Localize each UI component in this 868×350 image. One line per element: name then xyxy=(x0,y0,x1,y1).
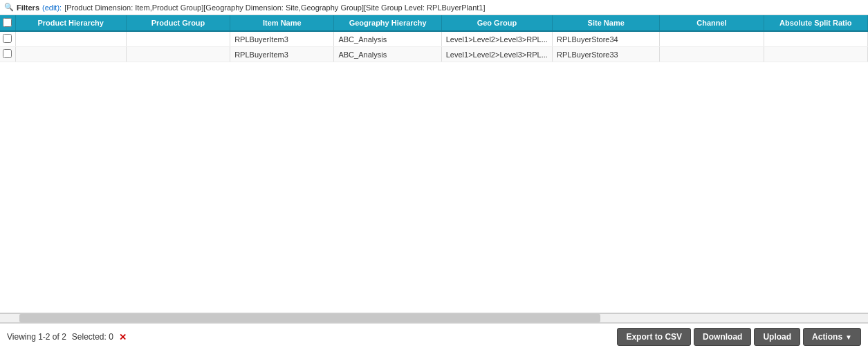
footer-left: Viewing 1-2 of 2 Selected: 0 ✕ xyxy=(7,332,127,342)
header-geo-group[interactable]: Geo Group xyxy=(441,15,552,31)
cell-geo-group: Level1>Level2>Level3>RPL... xyxy=(441,47,552,62)
cell-product-group xyxy=(126,47,230,62)
cell-geo-hierarchy: ABC_Analysis xyxy=(334,31,441,47)
header-checkbox-col xyxy=(0,15,15,31)
row-checkbox-cell xyxy=(0,31,15,47)
row-checkbox-cell xyxy=(0,47,15,62)
header-item-name[interactable]: Item Name xyxy=(230,15,334,31)
cell-channel xyxy=(660,47,764,62)
export-csv-button[interactable]: Export to CSV xyxy=(617,328,691,346)
row-checkbox[interactable] xyxy=(3,34,12,43)
filter-edit-link[interactable]: (edit): xyxy=(42,3,62,12)
cell-item-name: RPLBuyerItem3 xyxy=(230,47,334,62)
chevron-down-icon: ▼ xyxy=(845,333,852,341)
table-body: RPLBuyerItem3ABC_AnalysisLevel1>Level2>L… xyxy=(0,31,868,62)
clear-selection-icon[interactable]: ✕ xyxy=(119,332,127,342)
footer-right: Export to CSV Download Upload Actions ▼ xyxy=(617,328,861,346)
cell-site-name: RPLBuyerStore33 xyxy=(553,47,660,62)
actions-label: Actions xyxy=(812,332,842,342)
footer: Viewing 1-2 of 2 Selected: 0 ✕ Export to… xyxy=(0,323,868,350)
filter-text: [Product Dimension: Item,Product Group][… xyxy=(64,3,485,12)
cell-item-name: RPLBuyerItem3 xyxy=(230,31,334,47)
cell-split-ratio xyxy=(764,31,867,47)
row-checkbox[interactable] xyxy=(3,49,12,58)
header-site-name[interactable]: Site Name xyxy=(553,15,660,31)
filter-bar: 🔍 Filters (edit): [Product Dimension: It… xyxy=(0,0,868,15)
filter-label: Filters xyxy=(17,3,39,12)
cell-channel xyxy=(660,31,764,47)
cell-geo-group: Level1>Level2>Level3>RPL... xyxy=(441,31,552,47)
header-product-hierarchy[interactable]: Product Hierarchy xyxy=(15,15,126,31)
cell-product-hierarchy xyxy=(15,47,126,62)
cell-product-group xyxy=(126,31,230,47)
cell-split-ratio xyxy=(764,47,867,62)
table-container: Product Hierarchy Product Group Item Nam… xyxy=(0,15,868,313)
select-all-checkbox[interactable] xyxy=(3,18,12,27)
upload-button[interactable]: Upload xyxy=(754,328,800,346)
header-geo-hierarchy[interactable]: Geography Hierarchy xyxy=(334,15,441,31)
scrollbar-thumb[interactable] xyxy=(19,314,600,322)
table-row: RPLBuyerItem3ABC_AnalysisLevel1>Level2>L… xyxy=(0,47,868,62)
table-row: RPLBuyerItem3ABC_AnalysisLevel1>Level2>L… xyxy=(0,31,868,47)
header-product-group[interactable]: Product Group xyxy=(126,15,230,31)
search-icon: 🔍 xyxy=(4,3,14,12)
selected-label: Selected: 0 xyxy=(72,332,113,342)
actions-button[interactable]: Actions ▼ xyxy=(803,328,861,346)
cell-geo-hierarchy: ABC_Analysis xyxy=(334,47,441,62)
horizontal-scrollbar[interactable] xyxy=(0,313,868,323)
data-table: Product Hierarchy Product Group Item Nam… xyxy=(0,15,868,62)
table-header-row: Product Hierarchy Product Group Item Nam… xyxy=(0,15,868,31)
viewing-label: Viewing 1-2 of 2 xyxy=(7,332,66,342)
header-channel[interactable]: Channel xyxy=(660,15,764,31)
header-split-ratio[interactable]: Absolute Split Ratio xyxy=(764,15,867,31)
cell-site-name: RPLBuyerStore34 xyxy=(553,31,660,47)
cell-product-hierarchy xyxy=(15,31,126,47)
download-button[interactable]: Download xyxy=(694,328,751,346)
